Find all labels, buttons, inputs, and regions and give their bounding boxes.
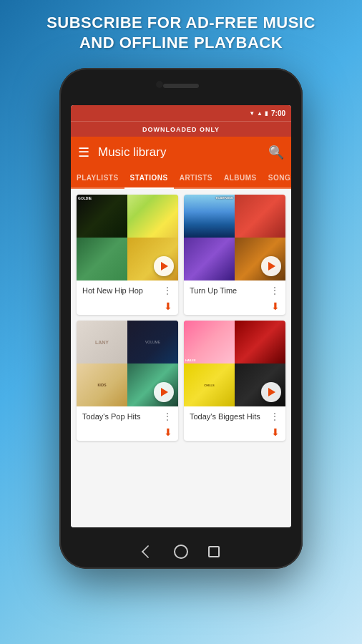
biggest-hits-img-2 <box>235 321 285 364</box>
turn-up-menu-icon[interactable]: ⋮ <box>270 285 280 296</box>
hip-hop-title: Hot New Hip Hop <box>82 286 162 295</box>
album-art-goldie: GOLDIE <box>77 195 127 238</box>
pop-hits-img-2: VOLUME <box>127 321 178 364</box>
battery-icon: ▮ <box>265 110 268 117</box>
biggest-hits-footer: Today's Biggest Hits ⋮ <box>184 406 285 426</box>
play-icon <box>161 262 168 270</box>
album-art-bh3: CHILLS <box>184 364 235 406</box>
album-art-cartoon <box>77 238 127 280</box>
turn-up-images: ★CAMPAIGN <box>184 195 285 280</box>
biggest-hits-title: Today's Biggest Hits <box>190 412 270 421</box>
hip-hop-img-2 <box>127 195 178 238</box>
app-title: Music library <box>98 145 268 160</box>
nav-bar <box>142 545 220 559</box>
app-header: ☰ Music library 🔍 <box>71 137 291 168</box>
turn-up-img-2 <box>235 195 285 238</box>
album-art-ph2: VOLUME <box>127 321 178 364</box>
album-art-purple-blue <box>184 238 235 280</box>
nav-recents-button[interactable] <box>208 546 220 557</box>
biggest-hits-menu-icon[interactable]: ⋮ <box>270 411 280 422</box>
nav-home-button[interactable] <box>174 545 188 559</box>
hip-hop-images: GOLDIE <box>77 195 178 280</box>
search-button[interactable]: 🔍 <box>268 145 284 160</box>
turn-up-title: Turn Up Time <box>190 286 270 295</box>
pop-hits-images: LANY VOLUME <box>77 321 178 406</box>
album-art-ph1: LANY <box>77 321 127 364</box>
pop-hits-footer: Today's Pop Hits ⋮ <box>77 406 178 426</box>
album-art-bh1: HAILEE <box>184 321 235 364</box>
banner-line2: AND OFFLINE PLAYBACK <box>79 34 283 52</box>
album-art-ph3: KIDS <box>77 364 127 406</box>
play-icon-3 <box>161 388 168 396</box>
album-art-red <box>235 195 285 238</box>
tab-playlists[interactable]: PLAYLISTS <box>71 168 124 189</box>
wifi-icon: ▼ <box>249 110 255 117</box>
pop-hits-download-row: ⬇ <box>77 426 178 441</box>
stations-row-2: LANY VOLUME <box>77 321 285 441</box>
hip-hop-img-3 <box>77 238 127 280</box>
pop-hits-menu-icon[interactable]: ⋮ <box>162 411 172 422</box>
biggest-hits-download-row: ⬇ <box>184 426 285 441</box>
biggest-hits-img-3: CHILLS <box>184 364 235 406</box>
album-art-bh2 <box>235 321 285 364</box>
tabs-bar: PLAYLISTS STATIONS ARTISTS ALBUMS SONGS <box>71 168 291 189</box>
signal-icon: ▲ <box>257 110 263 117</box>
pop-hits-play-button[interactable] <box>154 382 174 402</box>
turn-up-img-1: ★CAMPAIGN <box>184 195 235 238</box>
pop-hits-download-icon[interactable]: ⬇ <box>164 426 172 438</box>
tab-albums[interactable]: ALBUMS <box>218 168 263 189</box>
phone-speaker <box>163 84 199 88</box>
turn-up-download-icon[interactable]: ⬇ <box>271 301 280 312</box>
phone-camera <box>156 81 163 88</box>
station-card-pop-hits: LANY VOLUME <box>77 321 178 441</box>
station-card-turn-up: ★CAMPAIGN <box>184 195 285 315</box>
tab-songs[interactable]: SONGS <box>263 168 291 189</box>
biggest-hits-images: HAILEE CHILLS <box>184 321 285 406</box>
pop-hits-title: Today's Pop Hits <box>82 412 162 421</box>
biggest-hits-img-1: HAILEE <box>184 321 235 364</box>
turn-up-img-3 <box>184 238 235 280</box>
biggest-hits-play-button[interactable] <box>261 382 281 402</box>
status-icons: ▼ ▲ ▮ 7:00 <box>249 109 285 117</box>
tab-stations[interactable]: STATIONS <box>124 168 174 189</box>
phone-body: ▼ ▲ ▮ 7:00 DOWNLOADED ONLY ☰ Music libra… <box>59 68 303 569</box>
content-area: GOLDIE <box>71 189 291 527</box>
station-card-biggest-hits: HAILEE CHILLS <box>184 321 285 441</box>
play-icon-2 <box>268 262 275 270</box>
phone-screen: ▼ ▲ ▮ 7:00 DOWNLOADED ONLY ☰ Music libra… <box>71 105 291 527</box>
downloaded-only-bar: DOWNLOADED ONLY <box>71 121 291 137</box>
hip-hop-img-1: GOLDIE <box>77 195 127 238</box>
stations-row-1: GOLDIE <box>77 195 285 315</box>
station-card-hip-hop: GOLDIE <box>77 195 178 315</box>
turn-up-download-row: ⬇ <box>184 301 285 315</box>
album-art-flowers <box>127 195 178 238</box>
album-art-campaign: ★CAMPAIGN <box>184 195 235 238</box>
status-bar: ▼ ▲ ▮ 7:00 <box>71 105 291 121</box>
banner-line1: SUBSCRIBE FOR AD-FREE MUSIC <box>47 14 315 31</box>
hip-hop-footer: Hot New Hip Hop ⋮ <box>77 280 178 301</box>
downloaded-label: DOWNLOADED ONLY <box>142 126 220 133</box>
status-time: 7:00 <box>271 109 285 117</box>
hip-hop-download-icon[interactable]: ⬇ <box>164 301 172 312</box>
turn-up-play-button[interactable] <box>261 256 281 276</box>
ad-banner: SUBSCRIBE FOR AD-FREE MUSIC AND OFFLINE … <box>0 0 362 62</box>
hip-hop-menu-icon[interactable]: ⋮ <box>162 285 172 296</box>
hip-hop-download-row: ⬇ <box>77 301 178 315</box>
biggest-hits-download-icon[interactable]: ⬇ <box>271 426 280 438</box>
ad-banner-text: SUBSCRIBE FOR AD-FREE MUSIC AND OFFLINE … <box>14 13 348 52</box>
pop-hits-img-3: KIDS <box>77 364 127 406</box>
hamburger-icon[interactable]: ☰ <box>78 145 89 160</box>
play-icon-4 <box>268 388 275 396</box>
turn-up-footer: Turn Up Time ⋮ <box>184 280 285 301</box>
tab-artists[interactable]: ARTISTS <box>174 168 218 189</box>
hip-hop-play-button[interactable] <box>154 256 174 276</box>
phone-device: ▼ ▲ ▮ 7:00 DOWNLOADED ONLY ☰ Music libra… <box>59 68 303 569</box>
nav-back-button[interactable] <box>142 545 155 558</box>
pop-hits-img-1: LANY <box>77 321 127 364</box>
